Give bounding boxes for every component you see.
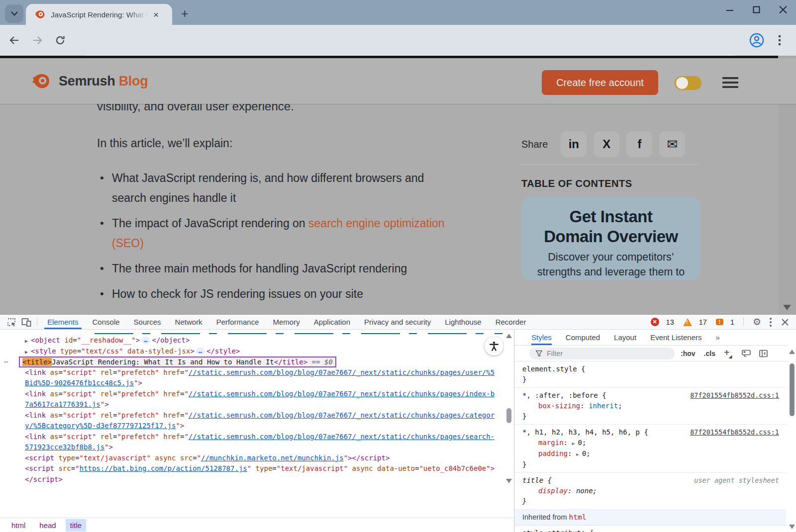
code-line[interactable]: <script src="https://bat.bing.com/p/acti…: [0, 463, 504, 474]
semrush-logo[interactable]: Semrush Blog: [32, 71, 148, 91]
browser-tab[interactable]: JavaScript Rendering: What It Is ×: [26, 4, 172, 25]
share-buttons: inXf✉: [561, 131, 692, 157]
styles-toolbar: Filter :hov .cls +◢: [514, 346, 796, 361]
devtools-tab-performance[interactable]: Performance: [209, 315, 266, 329]
elements-code: ▶ <object id="__reshadow__">…</object>▶ …: [0, 335, 504, 485]
facebook-share-button[interactable]: f: [626, 131, 652, 157]
elements-scrollbar-thumb[interactable]: [506, 408, 511, 423]
page-viewport: visibility, and overall user experience.…: [0, 56, 796, 314]
forward-button[interactable]: [30, 33, 45, 48]
more-tabs-icon[interactable]: »: [716, 333, 719, 342]
code-line[interactable]: y/%5Bcategory%5D-d3ef877797125f17.js">: [0, 421, 504, 432]
breadcrumb-html[interactable]: html: [7, 519, 30, 532]
user-agent-stylesheet-label: user agent stylesheet: [694, 475, 779, 486]
rendering-emulation-icon[interactable]: [742, 350, 751, 357]
tab-search-button[interactable]: [5, 4, 23, 23]
breadcrumb-title[interactable]: title: [66, 519, 86, 532]
toggle-class-button[interactable]: .cls: [704, 350, 715, 357]
browser-menu-button[interactable]: [772, 33, 787, 48]
devtools-tab-privacy-and-security[interactable]: Privacy and security: [357, 315, 438, 329]
styles-tab-computed[interactable]: Computed: [566, 330, 600, 345]
x-share-button[interactable]: X: [594, 131, 619, 157]
profile-avatar[interactable]: [749, 33, 764, 48]
forward-arrow-icon: [31, 34, 43, 46]
theme-toggle[interactable]: [675, 76, 701, 90]
issue-count[interactable]: 1: [730, 318, 734, 326]
devtools-tab-application[interactable]: Application: [307, 315, 357, 329]
style-rule[interactable]: 87f201554fb8552d.css:1*, :after, :before…: [514, 388, 786, 425]
minimize-icon[interactable]: [726, 5, 734, 15]
style-rule[interactable]: user agent stylesheettitle {display: non…: [514, 473, 786, 510]
code-line[interactable]: 571923cce32bf8b8.js">: [0, 442, 504, 453]
new-tab-button[interactable]: +: [181, 6, 189, 21]
scroll-up-arrow[interactable]: [506, 334, 512, 338]
elements-scrollbar[interactable]: [504, 330, 514, 503]
maximize-icon[interactable]: [753, 5, 760, 15]
create-free-account-button[interactable]: Create free account: [542, 70, 658, 95]
styles-tab-layout[interactable]: Layout: [614, 330, 636, 345]
toggle-hover-state-button[interactable]: :hov: [681, 350, 696, 357]
styles-filter-input[interactable]: Filter: [529, 348, 675, 359]
inspect-element-button[interactable]: [4, 316, 19, 329]
domain-overview-card[interactable]: Get Instant Domain Overview Discover you…: [521, 197, 700, 280]
css-property[interactable]: padding: ▶ 0;: [522, 448, 779, 459]
devtools-tab-elements[interactable]: Elements: [40, 315, 86, 329]
scroll-up-arrow[interactable]: [789, 350, 795, 354]
code-line[interactable]: </script>: [0, 474, 504, 485]
new-style-rule-button[interactable]: +◢: [724, 347, 733, 358]
device-toolbar-button[interactable]: [19, 316, 34, 329]
hamburger-menu-icon[interactable]: [722, 77, 738, 90]
devtools-tab-recorder[interactable]: Recorder: [489, 315, 533, 329]
console-errors-icon[interactable]: ✕: [651, 318, 659, 326]
code-line[interactable]: ▶ <object id="__reshadow__">…</object>: [0, 335, 504, 346]
stylesheet-source-link[interactable]: 87f201554fb8552d.css:1: [690, 390, 779, 401]
css-property[interactable]: margin: ▶ 0;: [522, 438, 779, 448]
error-count[interactable]: 13: [666, 318, 674, 326]
console-warnings-icon[interactable]: [683, 318, 692, 326]
code-line[interactable]: ▶ <style type="text/css" data-styled-jsx…: [0, 346, 504, 357]
code-line[interactable]: <link as="script" rel="prefetch" href="/…: [0, 410, 504, 421]
style-rule[interactable]: element.style {}: [514, 361, 786, 388]
styles-tab-list: » StylesComputedLayoutEvent Listeners: [514, 330, 796, 346]
scroll-down-arrow[interactable]: [783, 305, 791, 310]
scroll-down-arrow[interactable]: [506, 479, 512, 483]
issues-icon[interactable]: !: [716, 319, 723, 325]
devtools-tab-lighthouse[interactable]: Lighthouse: [438, 315, 488, 329]
reload-button[interactable]: [53, 33, 68, 48]
accessibility-button[interactable]: [485, 337, 503, 355]
style-rule[interactable]: style attribute {: [514, 526, 786, 532]
code-line[interactable]: 7a5617ca1776391.js">: [0, 399, 504, 410]
stylesheet-source-link[interactable]: 87f201554fb8552d.css:1: [690, 427, 779, 438]
scroll-down-arrow[interactable]: [789, 525, 795, 529]
breadcrumb-head[interactable]: head: [35, 519, 60, 532]
inherited-from-link[interactable]: html: [569, 513, 587, 521]
code-line[interactable]: Bid%5D-9026476fb1cc48c5.js">: [0, 378, 504, 389]
mail-share-button[interactable]: ✉: [659, 131, 685, 157]
styles-tab-event-listeners[interactable]: Event Listeners: [650, 330, 701, 345]
code-line[interactable]: <link as="script" rel="prefetch" href="/…: [0, 367, 504, 378]
dock-sidebar-icon[interactable]: [759, 350, 768, 357]
back-button[interactable]: [7, 33, 22, 48]
code-line[interactable]: <script type="text/javascript" async src…: [0, 453, 504, 464]
devtools-tab-network[interactable]: Network: [168, 315, 209, 329]
css-property[interactable]: box-sizing: inherit;: [522, 401, 779, 411]
devtools-tab-memory[interactable]: Memory: [266, 315, 307, 329]
style-rule[interactable]: 87f201554fb8552d.css:1*, h1, h2, h3, h4,…: [514, 425, 786, 473]
window-close-icon[interactable]: [779, 5, 787, 15]
styles-tab-styles[interactable]: Styles: [531, 330, 552, 345]
css-property[interactable]: display: none;: [522, 486, 779, 496]
tab-close-icon[interactable]: ×: [153, 10, 159, 19]
selected-node-line[interactable]: …<title>JavaScript Rendering: What It Is…: [0, 356, 504, 367]
warning-count[interactable]: 17: [699, 318, 707, 326]
code-line[interactable]: <link as="script" rel="prefetch" href="/…: [0, 432, 504, 443]
devtools-tab-sources[interactable]: Sources: [127, 315, 168, 329]
devtools-menu-icon[interactable]: [769, 317, 772, 327]
linkedin-share-button[interactable]: in: [561, 131, 587, 157]
styles-scrollbar[interactable]: [788, 330, 796, 532]
node-options-dots[interactable]: …: [4, 355, 8, 366]
code-line[interactable]: <link as="script" rel="prefetch" href="/…: [0, 389, 504, 400]
devtools-tab-console[interactable]: Console: [86, 315, 127, 329]
styles-scrollbar-thumb[interactable]: [790, 363, 795, 416]
devtools-close-icon[interactable]: [781, 318, 789, 326]
devtools-settings-icon[interactable]: ⚙: [753, 316, 761, 328]
